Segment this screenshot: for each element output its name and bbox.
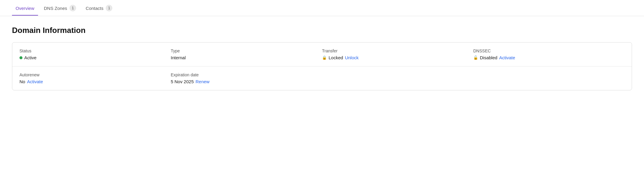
tabs-nav: Overview DNS Zones 1 Contacts 1	[0, 0, 644, 16]
tab-overview-label: Overview	[16, 6, 34, 11]
expiration-cell: Expiration date 5 Nov 2025 Renew	[171, 72, 322, 84]
transfer-label: Transfer	[322, 48, 473, 53]
type-text: Internal	[171, 55, 186, 60]
transfer-cell: Transfer 🔒 Locked Unlock	[322, 48, 473, 60]
status-dot-active	[19, 56, 22, 59]
expiration-value: 5 Nov 2025 Renew	[171, 79, 322, 84]
type-value: Internal	[171, 55, 322, 60]
page-title: Domain Information	[12, 26, 632, 35]
page-content: Domain Information Status Active Type In…	[0, 16, 644, 100]
transfer-unlock-link[interactable]: Unlock	[345, 55, 359, 60]
expiration-label: Expiration date	[171, 72, 322, 77]
tab-contacts-badge: 1	[106, 5, 112, 11]
tab-contacts-label: Contacts	[86, 6, 103, 11]
status-value: Active	[19, 55, 171, 60]
lock-icon: 🔒	[322, 55, 327, 60]
status-text: Active	[24, 55, 37, 60]
type-cell: Type Internal	[171, 48, 322, 60]
tab-dns-zones-label: DNS Zones	[44, 6, 67, 11]
dnssec-cell: DNSSEC 🔓 Disabled Activate	[473, 48, 625, 60]
tab-contacts[interactable]: Contacts 1	[82, 0, 116, 16]
expiration-date-text: 5 Nov 2025	[171, 79, 194, 84]
autorenew-activate-link[interactable]: Activate	[27, 79, 43, 84]
tab-dns-zones-badge: 1	[69, 5, 76, 11]
tab-overview[interactable]: Overview	[12, 1, 38, 16]
empty-cell-1	[322, 72, 473, 84]
dnssec-activate-link[interactable]: Activate	[499, 55, 515, 60]
autorenew-value: No Activate	[19, 79, 171, 84]
expiration-renew-link[interactable]: Renew	[196, 79, 210, 84]
transfer-status-text: Locked	[329, 55, 343, 60]
info-row-1: Status Active Type Internal Transfer 🔒 L…	[12, 43, 632, 66]
dnssec-status-text: Disabled	[480, 55, 497, 60]
dnssec-label: DNSSEC	[473, 48, 625, 53]
autorenew-cell: Autorenew No Activate	[19, 72, 171, 84]
status-label: Status	[19, 48, 171, 53]
info-row-2: Autorenew No Activate Expiration date 5 …	[12, 66, 632, 90]
empty-cell-2	[473, 72, 625, 84]
autorenew-status-text: No	[19, 79, 25, 84]
status-cell: Status Active	[19, 48, 171, 60]
dnssec-lock-icon: 🔓	[473, 55, 478, 60]
autorenew-label: Autorenew	[19, 72, 171, 77]
domain-info-card: Status Active Type Internal Transfer 🔒 L…	[12, 42, 632, 90]
tab-dns-zones[interactable]: DNS Zones 1	[40, 0, 80, 16]
dnssec-value: 🔓 Disabled Activate	[473, 55, 625, 60]
type-label: Type	[171, 48, 322, 53]
transfer-value: 🔒 Locked Unlock	[322, 55, 473, 60]
